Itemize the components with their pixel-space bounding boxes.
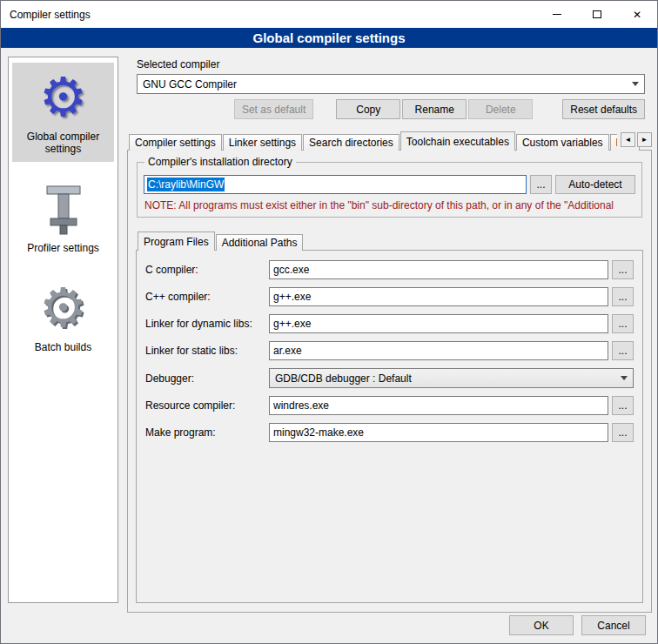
clamp-tool-icon bbox=[14, 181, 112, 238]
dynamic-linker-browse-button[interactable]: ... bbox=[612, 314, 634, 333]
cancel-button[interactable]: Cancel bbox=[581, 615, 646, 635]
reset-defaults-button[interactable]: Reset defaults bbox=[562, 99, 645, 119]
minimize-button[interactable] bbox=[537, 1, 577, 28]
dialog-footer: OK Cancel bbox=[509, 615, 646, 635]
browse-directory-button[interactable]: ... bbox=[530, 175, 552, 194]
maximize-icon bbox=[593, 10, 601, 18]
resource-compiler-label: Resource compiler: bbox=[145, 399, 269, 412]
program-files-tab-strip: Program Files Additional Paths bbox=[136, 230, 643, 251]
installation-directory-row: C:\raylib\MinGW ... Auto-detect bbox=[144, 175, 635, 194]
debugger-value: GDB/CDB debugger : Default bbox=[275, 372, 615, 385]
tab-linker-settings[interactable]: Linker settings bbox=[223, 134, 302, 151]
window-title: Compiler settings bbox=[1, 9, 91, 21]
resource-compiler-browse-button[interactable]: ... bbox=[612, 396, 634, 415]
c-compiler-browse-button[interactable]: ... bbox=[612, 260, 634, 279]
ok-button[interactable]: OK bbox=[509, 615, 574, 635]
debugger-dropdown[interactable]: GDB/CDB debugger : Default bbox=[269, 368, 634, 388]
sidebar-item-label: Batch builds bbox=[14, 341, 112, 353]
minimize-icon bbox=[553, 14, 561, 15]
sidebar-item-batch-builds[interactable]: ⚙ Batch builds bbox=[12, 273, 114, 360]
tab-search-directories[interactable]: Search directories bbox=[303, 134, 400, 151]
c-compiler-row: C compiler: ... bbox=[145, 260, 634, 279]
tab-scroll-left-icon[interactable]: ◄ bbox=[621, 132, 635, 147]
installation-directory-value: C:\raylib\MinGW bbox=[147, 178, 225, 191]
auto-detect-button[interactable]: Auto-detect bbox=[555, 175, 635, 194]
chevron-down-icon bbox=[632, 82, 639, 86]
installation-directory-input[interactable]: C:\raylib\MinGW bbox=[144, 175, 527, 194]
settings-tab-strip: Compiler settings Linker settings Search… bbox=[127, 130, 652, 151]
tab-scroll-controls: ◄ ► bbox=[617, 132, 652, 147]
resource-compiler-row: Resource compiler: ... bbox=[145, 396, 634, 415]
c-compiler-input[interactable] bbox=[269, 260, 608, 279]
dynamic-linker-row: Linker for dynamic libs: ... bbox=[145, 314, 634, 333]
tab-compiler-settings[interactable]: Compiler settings bbox=[129, 134, 222, 151]
make-program-row: Make program: ... bbox=[145, 423, 634, 442]
compiler-settings-window: Compiler settings ✕ Global compiler sett… bbox=[0, 0, 658, 644]
dynamic-linker-label: Linker for dynamic libs: bbox=[145, 318, 269, 330]
static-linker-input[interactable] bbox=[269, 341, 608, 360]
maximize-button[interactable] bbox=[577, 1, 617, 28]
delete-button[interactable]: Delete bbox=[468, 99, 533, 119]
gear-gray-icon: ⚙ bbox=[14, 280, 112, 338]
tab-toolchain-executables[interactable]: Toolchain executables bbox=[400, 131, 515, 151]
debugger-row: Debugger: GDB/CDB debugger : Default bbox=[145, 368, 634, 388]
sidebar-item-global-compiler-settings[interactable]: ⚙ Global compiler settings bbox=[12, 63, 114, 162]
settings-pane: Selected compiler GNU GCC Compiler Set a… bbox=[127, 53, 652, 613]
close-button[interactable]: ✕ bbox=[617, 1, 657, 28]
tab-custom-variables[interactable]: Custom variables bbox=[516, 134, 609, 151]
make-program-input[interactable] bbox=[269, 423, 608, 442]
debugger-label: Debugger: bbox=[145, 372, 269, 385]
bin-subdirectory-note: NOTE: All programs must exist either in … bbox=[144, 199, 634, 211]
cpp-compiler-row: C++ compiler: ... bbox=[145, 287, 634, 306]
window-controls: ✕ bbox=[537, 1, 657, 28]
sidebar-item-label: Global compiler settings bbox=[14, 131, 112, 155]
make-program-label: Make program: bbox=[145, 426, 269, 439]
cpp-compiler-browse-button[interactable]: ... bbox=[612, 287, 634, 306]
static-linker-row: Linker for static libs: ... bbox=[145, 341, 634, 360]
installation-directory-group-label: Compiler's installation directory bbox=[144, 156, 296, 168]
toolchain-executables-panel: Compiler's installation directory C:\ray… bbox=[127, 150, 652, 613]
program-files-panel: C compiler: ... C++ compiler: ... Linker… bbox=[136, 250, 643, 603]
make-program-browse-button[interactable]: ... bbox=[612, 423, 634, 442]
c-compiler-label: C compiler: bbox=[145, 264, 269, 276]
dialog-header-title: Global compiler settings bbox=[1, 28, 657, 48]
sidebar-item-profiler-settings[interactable]: Profiler settings bbox=[12, 174, 114, 261]
tab-additional-paths[interactable]: Additional Paths bbox=[216, 234, 304, 251]
tab-program-files[interactable]: Program Files bbox=[138, 231, 215, 251]
copy-button[interactable]: Copy bbox=[336, 99, 400, 119]
static-linker-browse-button[interactable]: ... bbox=[612, 341, 634, 360]
sidebar-item-label: Profiler settings bbox=[14, 242, 112, 254]
chevron-down-icon bbox=[621, 376, 628, 380]
tab-scroll-right-icon[interactable]: ► bbox=[637, 132, 652, 147]
resource-compiler-input[interactable] bbox=[269, 396, 608, 415]
installation-directory-group: Compiler's installation directory C:\ray… bbox=[137, 162, 642, 218]
cpp-compiler-input[interactable] bbox=[269, 287, 608, 306]
static-linker-label: Linker for static libs: bbox=[145, 345, 269, 357]
gear-blue-icon: ⚙ bbox=[14, 70, 112, 127]
compiler-actions-row: Set as default Copy Rename Delete Reset … bbox=[137, 99, 645, 119]
set-as-default-button[interactable]: Set as default bbox=[234, 99, 313, 119]
sidebar: ⚙ Global compiler settings Profiler sett… bbox=[8, 57, 118, 603]
cpp-compiler-label: C++ compiler: bbox=[145, 291, 269, 303]
close-icon: ✕ bbox=[633, 10, 641, 20]
selected-compiler-label: Selected compiler bbox=[137, 58, 645, 70]
selected-compiler-value: GNU GCC Compiler bbox=[143, 78, 627, 91]
titlebar: Compiler settings ✕ bbox=[1, 1, 657, 28]
rename-button[interactable]: Rename bbox=[402, 99, 467, 119]
selected-compiler-dropdown[interactable]: GNU GCC Compiler bbox=[137, 74, 645, 94]
dynamic-linker-input[interactable] bbox=[269, 314, 608, 333]
